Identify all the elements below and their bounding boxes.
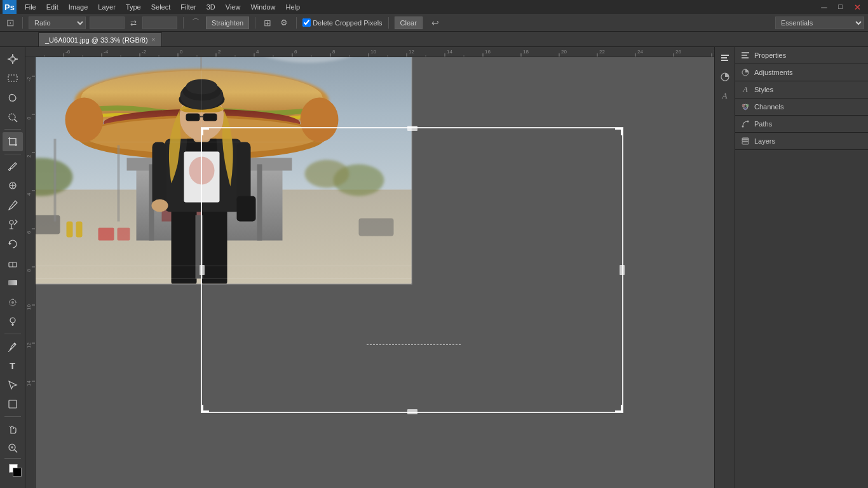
photo-svg: SIGN (36, 57, 412, 285)
svg-text:26: 26 (675, 49, 681, 55)
svg-rect-148 (118, 146, 120, 222)
inner-selection (367, 344, 461, 346)
close-btn[interactable]: ✕ (850, 1, 865, 13)
hand-tool[interactable] (3, 419, 23, 438)
clone-tool[interactable] (3, 215, 23, 234)
svg-text:12: 12 (409, 49, 414, 55)
menu-file[interactable]: File (20, 2, 41, 12)
essentials-select[interactable]: Essentials (775, 17, 864, 29)
svg-point-166 (747, 121, 749, 123)
ratio-select[interactable]: Ratio (29, 17, 86, 29)
properties-header[interactable]: Properties (735, 47, 868, 64)
svg-rect-153 (721, 55, 729, 56)
main-layout: T (0, 47, 868, 488)
straighten-dropper-icon[interactable]: ⌒ (189, 17, 202, 29)
settings-icon[interactable]: ⚙ (278, 17, 290, 29)
channels-header[interactable]: Channels (735, 98, 868, 115)
grid-icon[interactable]: ⊞ (261, 17, 274, 29)
svg-text:22: 22 (599, 49, 605, 55)
marquee-tool[interactable] (3, 69, 23, 88)
delete-cropped-checkbox[interactable] (302, 18, 311, 27)
adjustments-header[interactable]: Adjustments (735, 64, 868, 81)
styles-header[interactable]: A Styles (735, 81, 868, 98)
brush-tool[interactable] (3, 196, 23, 215)
top-ruler: -6 -4 -2 0 2 4 6 8 10 12 14 (25, 47, 714, 57)
left-toolbar: T (0, 47, 25, 488)
svg-rect-123 (202, 209, 227, 285)
delete-cropped-label[interactable]: Delete Cropped Pixels (302, 18, 382, 27)
menu-layer[interactable]: Layer (93, 2, 120, 12)
dodge-tool[interactable] (3, 312, 23, 331)
menu-bar: Ps File Edit Image Layer Type Select Fil… (0, 0, 868, 14)
adjustments-section: Adjustments (735, 64, 868, 81)
svg-text:-2: -2 (142, 49, 147, 55)
zoom-tool[interactable] (3, 439, 23, 458)
tab-close-icon[interactable]: × (152, 36, 156, 43)
crop-tool[interactable] (3, 132, 23, 151)
svg-rect-149 (67, 222, 73, 238)
eyedropper-tool[interactable] (3, 157, 23, 176)
lasso-tool[interactable] (3, 88, 23, 107)
menu-3d[interactable]: 3D (202, 2, 220, 12)
layers-header[interactable]: Layers (735, 133, 868, 149)
paths-header[interactable]: Paths (735, 116, 868, 132)
properties-icon-btn[interactable] (717, 50, 733, 66)
top-ruler-svg: -6 -4 -2 0 2 4 6 8 10 12 14 (25, 47, 714, 57)
menu-image[interactable]: Image (64, 2, 93, 12)
canvas-content[interactable]: SIGN (36, 57, 714, 488)
healing-tool[interactable] (3, 176, 23, 195)
menu-select[interactable]: Select (147, 2, 175, 12)
properties-label: Properties (754, 51, 786, 59)
menu-window[interactable]: Window (246, 2, 280, 12)
svg-rect-152 (118, 228, 130, 241)
svg-rect-147 (54, 139, 57, 222)
width-input[interactable] (90, 17, 125, 29)
height-input[interactable] (142, 17, 177, 29)
path-selection-tool[interactable] (3, 376, 23, 395)
svg-text:8: 8 (26, 269, 32, 272)
history-brush-tool[interactable] (3, 234, 23, 254)
eraser-tool[interactable] (3, 254, 23, 273)
svg-rect-150 (76, 222, 83, 238)
shape-tool[interactable] (3, 395, 23, 414)
svg-text:10: 10 (26, 304, 32, 310)
menu-view[interactable]: View (221, 2, 245, 12)
blur-tool[interactable] (3, 293, 23, 312)
svg-line-24 (10, 426, 11, 428)
maximize-btn[interactable]: □ (834, 1, 847, 13)
adjustments-icon-btn[interactable] (717, 69, 733, 85)
clear-button[interactable]: Clear (395, 17, 423, 29)
svg-line-22 (8, 351, 10, 352)
commit-icon[interactable]: ↩ (429, 17, 442, 29)
type-tool[interactable]: T (3, 356, 23, 375)
straighten-button[interactable]: Straighten (206, 17, 249, 29)
minimize-btn[interactable]: ─ (817, 1, 831, 13)
properties-section-icon (740, 50, 750, 60)
svg-text:4: 4 (26, 193, 32, 196)
gradient-tool[interactable] (3, 273, 23, 292)
menu-filter[interactable]: Filter (176, 2, 200, 12)
channels-label: Channels (754, 103, 783, 111)
pen-tool[interactable] (3, 337, 23, 356)
menu-help[interactable]: Help (281, 2, 305, 12)
svg-rect-23 (9, 400, 17, 408)
svg-rect-159 (742, 57, 749, 58)
move-tool[interactable] (3, 50, 23, 69)
channels-section: Channels (735, 98, 868, 116)
svg-marker-1 (11, 62, 14, 64)
document-tab[interactable]: _U6A0001.jpg @ 33.3% (RGB/8) × (38, 32, 162, 46)
styles-icon-btn[interactable]: A (717, 88, 733, 104)
layers-section: Layers (735, 133, 868, 150)
quick-select-tool[interactable] (3, 108, 23, 127)
menu-edit[interactable]: Edit (42, 2, 63, 12)
svg-point-21 (13, 342, 15, 344)
svg-rect-135 (203, 114, 217, 121)
swap-dimensions-icon[interactable]: ⇄ (128, 18, 139, 28)
styles-label: Styles (754, 86, 773, 93)
svg-point-18 (10, 318, 15, 323)
styles-section-icon: A (740, 85, 750, 95)
svg-marker-0 (11, 55, 14, 57)
svg-rect-128 (153, 142, 166, 206)
color-swatch[interactable] (3, 461, 23, 480)
menu-type[interactable]: Type (121, 2, 146, 12)
